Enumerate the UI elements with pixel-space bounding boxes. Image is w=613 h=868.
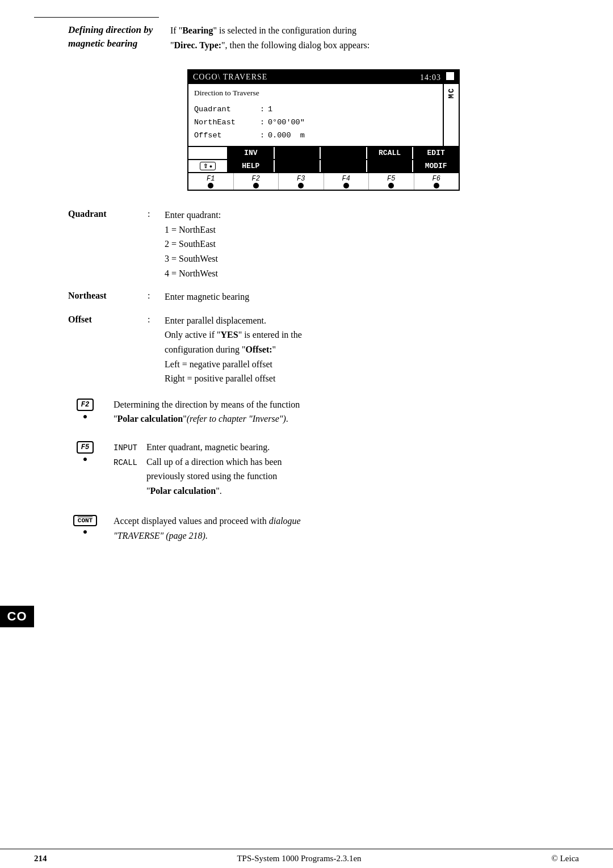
field-northeast: NorthEast : 0°00'00" — [194, 116, 437, 129]
content-area: Defining direction by magnetic bearing I… — [34, 18, 613, 849]
desc-offset: Offset : Enter parallel displacement. On… — [68, 313, 579, 386]
sep-offset: : — [148, 313, 165, 386]
header-section: Defining direction by magnetic bearing I… — [34, 23, 579, 52]
f2-section: F2 ● Determining the direction by means … — [34, 397, 579, 426]
page-container: CO Defining direction by magnetic bearin… — [0, 0, 613, 868]
sep-quadrant: : — [148, 208, 165, 280]
fkey-f4[interactable]: F4 ● — [324, 173, 370, 190]
fkey-f1[interactable]: F1 ● — [188, 173, 234, 190]
f5-badge-wrapper: F5 ● — [68, 441, 102, 464]
input-label: INPUT — [114, 443, 137, 452]
f5-badge-bullet: ● — [83, 455, 87, 464]
fn-empty-4 — [321, 160, 366, 172]
screen-time: 14:03 — [420, 72, 454, 82]
f2-bullet: ● — [253, 183, 259, 188]
fn-empty-1 — [275, 147, 320, 159]
f5-content: INPUT RCALL Enter quadrant, magnetic bea… — [114, 440, 579, 500]
f1-bullet: ● — [208, 183, 213, 188]
footer-center-text: TPS-System 1000 Programs-2.3.1en — [237, 854, 361, 863]
cont-badge: CONT — [73, 515, 97, 526]
f4-bullet: ● — [343, 183, 349, 188]
fkey-f3[interactable]: F3 ● — [279, 173, 324, 190]
fn-empty-2 — [321, 147, 366, 159]
left-sidebar: CO — [0, 18, 34, 849]
fn-rcall[interactable]: RCALL — [367, 147, 413, 159]
fn-bar-1: INV RCALL EDIT — [188, 146, 459, 159]
device-screen: COGO\ TRAVERSE 14:03 Direction to Traver… — [187, 69, 460, 191]
fn-empty-3 — [275, 160, 320, 172]
f5-bullet: ● — [388, 183, 394, 188]
f3-bullet: ● — [298, 183, 304, 188]
fn-empty-5 — [367, 160, 413, 172]
fkey-f6[interactable]: F6 ● — [414, 173, 459, 190]
page-footer: 214 TPS-System 1000 Programs-2.3.1en © L… — [0, 849, 613, 868]
screen-top-bar: COGO\ TRAVERSE 14:03 — [188, 70, 459, 84]
shift-key-area — [188, 147, 228, 159]
fn-edit[interactable]: EDIT — [413, 147, 459, 159]
field-offset: Offset : 0.000 m — [194, 129, 437, 142]
content-offset: Enter parallel displacement. Only active… — [165, 313, 579, 386]
mc-label: MC — [447, 87, 456, 99]
fn-cells-2: HELP MODIF — [228, 160, 459, 172]
mc-sidebar: MC — [443, 84, 459, 146]
content-northeast: Enter magnetic bearing — [165, 290, 579, 304]
cont-badge-bullet: ● — [83, 527, 87, 536]
screen-subtitle: Direction to Traverse — [194, 87, 437, 99]
fn-cells-1: INV RCALL EDIT — [228, 147, 459, 159]
f5-badge: F5 — [77, 441, 94, 454]
desc-northeast: Northeast : Enter magnetic bearing — [68, 290, 579, 304]
desc-quadrant: Quadrant : Enter quadrant: 1 = NorthEast… — [68, 208, 579, 280]
f2-content: Determining the direction by means of th… — [114, 397, 579, 426]
section-title: Defining direction by magnetic bearing — [68, 23, 170, 51]
fkey-row: F1 ● F2 ● F3 ● F4 ● — [188, 172, 459, 190]
fn-bar-2: ⇧ ● HELP — [188, 159, 459, 172]
term-northeast: Northeast — [68, 290, 148, 304]
co-label: CO — [0, 606, 34, 627]
f5-section: F5 ● INPUT RCALL Enter quadrant, magneti… — [34, 440, 579, 500]
screen-title: COGO\ TRAVERSE — [193, 73, 267, 82]
fkey-f2[interactable]: F2 ● — [234, 173, 279, 190]
fkey-f5[interactable]: F5 ● — [369, 173, 414, 190]
shift-key-cell: ⇧ ● — [188, 160, 228, 172]
term-quadrant: Quadrant — [68, 208, 148, 280]
rcall-label: RCALL — [114, 458, 137, 467]
left-column: Defining direction by magnetic bearing — [34, 23, 170, 52]
cont-content: Accept displayed values and proceed with… — [114, 514, 579, 543]
screen-main: Direction to Traverse Quadrant : 1 North… — [188, 84, 443, 146]
cont-badge-wrapper: CONT ● — [68, 515, 102, 536]
screen-body: Direction to Traverse Quadrant : 1 North… — [188, 84, 459, 146]
fn-modif[interactable]: MODIF — [413, 160, 459, 172]
f2-badge-bullet: ● — [83, 412, 87, 421]
sep-northeast: : — [148, 290, 165, 304]
shift-key[interactable]: ⇧ ● — [200, 162, 216, 170]
footer-page-number: 214 — [34, 854, 47, 863]
right-column: If "Bearing" is selected in the configur… — [170, 23, 579, 52]
main-content: CO Defining direction by magnetic bearin… — [0, 18, 613, 849]
f2-badge: F2 — [77, 399, 94, 411]
intro-text: If "Bearing" is selected in the configur… — [170, 23, 579, 52]
device-screen-wrapper: COGO\ TRAVERSE 14:03 Direction to Traver… — [34, 69, 579, 191]
fn-inv[interactable]: INV — [228, 147, 274, 159]
descriptions-section: Quadrant : Enter quadrant: 1 = NorthEast… — [34, 208, 579, 386]
f2-badge-wrapper: F2 ● — [68, 399, 102, 421]
field-quadrant: Quadrant : 1 — [194, 103, 437, 116]
fn-help[interactable]: HELP — [228, 160, 274, 172]
cont-section: CONT ● Accept displayed values and proce… — [34, 514, 579, 543]
footer-right-text: © Leica — [552, 854, 579, 863]
term-offset: Offset — [68, 313, 148, 386]
f6-bullet: ● — [434, 183, 439, 188]
content-quadrant: Enter quadrant: 1 = NorthEast 2 = SouthE… — [165, 208, 579, 280]
